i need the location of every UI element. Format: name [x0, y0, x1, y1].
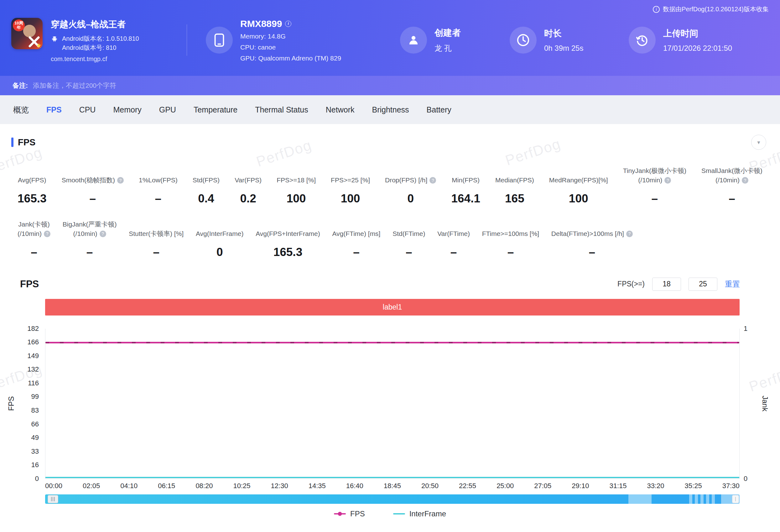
fps-threshold-low-input[interactable]: [652, 278, 681, 291]
metric-label: Median(FPS): [495, 176, 534, 185]
x-axis-tick: 18:45: [384, 482, 401, 490]
help-icon[interactable]: ?: [100, 231, 106, 237]
x-axis-tick: 06:15: [158, 482, 175, 490]
device-info-icon[interactable]: i: [285, 21, 291, 27]
metric-value: –: [651, 192, 658, 205]
device-memory: Memory: 14.8G: [240, 33, 341, 40]
chart-scrollbar[interactable]: [45, 494, 740, 504]
r2-metric-2: Stutter(卡顿率) [%]–: [129, 229, 184, 258]
help-icon[interactable]: ?: [665, 177, 671, 184]
y-axis-tick: 83: [31, 406, 39, 415]
y-axis-ticks: 1821661491321169983664933160: [0, 329, 41, 479]
metric-label: Drop(FPS) [/h]?: [385, 176, 436, 185]
note-bar[interactable]: 备注: 添加备注，不超过200个字符: [0, 76, 780, 95]
tab-temperature[interactable]: Temperature: [185, 105, 246, 114]
x-axis-tick: 16:40: [346, 482, 363, 490]
x-axis-tick: 02:05: [83, 482, 100, 490]
metric-label: Avg(FPS+InterFrame): [256, 229, 320, 238]
upload-block: 上传时间 17/01/2026 22:01:50: [629, 27, 764, 54]
device-model: RMX8899: [240, 18, 282, 29]
tab-thermal-status[interactable]: Thermal Status: [246, 105, 317, 114]
metric-value: –: [450, 246, 457, 259]
fps-threshold-high-input[interactable]: [688, 278, 717, 291]
help-icon[interactable]: ?: [44, 231, 50, 237]
y-axis-tick: 182: [27, 325, 39, 333]
plot-area[interactable]: [45, 329, 740, 479]
x-axis-tick: 14:35: [308, 482, 326, 490]
metric-label: Var(FPS): [235, 176, 261, 185]
r1-metric-8: Min(FPS)164.1: [451, 176, 480, 205]
scrollbar-left-handle[interactable]: [48, 495, 58, 503]
x-axis-tick: 12:30: [271, 482, 288, 490]
section-accent-bar: [11, 138, 13, 147]
reset-link[interactable]: 重置: [725, 279, 740, 289]
metric-label: FPS>=18 [%]: [277, 176, 316, 185]
creator-value: 龙 孔: [435, 43, 461, 53]
tab-brightness[interactable]: Brightness: [363, 105, 418, 114]
x-axis-tick: 22:55: [459, 482, 476, 490]
metric-label: Var(FTime): [437, 229, 470, 238]
legend-item-fps[interactable]: FPS: [334, 510, 365, 518]
phone-icon: [206, 27, 233, 54]
x-axis-tick: 29:10: [572, 482, 589, 490]
help-icon[interactable]: ?: [626, 231, 633, 237]
x-axis-tick: 25:00: [496, 482, 514, 490]
metric-value: –: [729, 192, 735, 205]
y-axis-tick: 166: [27, 338, 39, 346]
tab-network[interactable]: Network: [317, 105, 363, 114]
duration-label: 时长: [544, 28, 583, 40]
fps-section-header: FPS ▼: [0, 135, 780, 150]
device-cpu: CPU: canoe: [240, 44, 341, 51]
r1-metric-1: Smooth(稳帧指数)?–: [62, 176, 124, 205]
x-axis-tick: 20:50: [421, 482, 439, 490]
r2-metric-6: Std(FTime)–: [392, 229, 425, 258]
metric-value: 0: [407, 192, 414, 205]
metric-label: Jank(卡顿)(/10min)?: [17, 220, 50, 239]
help-icon[interactable]: ?: [742, 177, 748, 184]
tab-cpu[interactable]: CPU: [70, 105, 105, 114]
r2-metric-5: Avg(FTime) [ms]–: [332, 229, 380, 258]
tab-overview[interactable]: 概览: [4, 105, 38, 115]
help-icon[interactable]: ?: [430, 177, 436, 184]
r1-metric-5: FPS>=18 [%]100: [277, 176, 316, 205]
x-axis-tick: 08:20: [195, 482, 213, 490]
x-axis-tick: 00:00: [45, 482, 62, 490]
device-block: RMX8899 i Memory: 14.8G CPU: canoe GPU: …: [206, 18, 381, 62]
metric-value: –: [155, 192, 162, 205]
content: FPS ▼ Avg(FPS)165.3Smooth(稳帧指数)?–1%Low(F…: [0, 135, 780, 518]
metric-label: SmallJank(微小卡顿)(/10min)?: [701, 166, 763, 185]
r2-metric-4: Avg(FPS+InterFrame)165.3: [256, 229, 320, 258]
metric-label: Std(FPS): [193, 176, 220, 185]
r2-metric-7: Var(FTime)–: [437, 229, 470, 258]
tab-memory[interactable]: Memory: [104, 105, 150, 114]
tab-fps[interactable]: FPS: [38, 105, 70, 114]
metric-value: 0.2: [240, 192, 256, 205]
metric-label: FTime>=100ms [%]: [482, 229, 539, 238]
x-axis-tick: 27:05: [534, 482, 551, 490]
creator-label: 创建者: [435, 27, 461, 39]
scrollbar-right-handle[interactable]: [732, 495, 739, 503]
collapse-button[interactable]: ▼: [751, 135, 766, 150]
header-divider: [187, 25, 187, 56]
y-axis-tick: 132: [27, 365, 39, 374]
metric-label: TinyJank(极微小卡顿)(/10min)?: [623, 166, 686, 185]
x-axis-tick: 37:30: [722, 482, 740, 490]
metric-value: –: [87, 246, 93, 259]
note-placeholder: 添加备注，不超过200个字符: [33, 81, 116, 90]
android-version-name: Android版本名: 1.0.510.810: [62, 34, 139, 43]
jank-axis-tick: 0: [744, 475, 747, 483]
tab-gpu[interactable]: GPU: [150, 105, 185, 114]
app-block: 10周年 ★ 穿越火线–枪战王者: [11, 18, 187, 63]
fps-line: [45, 342, 739, 343]
chart-header: FPS FPS(>=) 重置: [20, 278, 740, 291]
r1-metric-11: TinyJank(极微小卡顿)(/10min)?–: [623, 166, 686, 205]
tab-battery[interactable]: Battery: [418, 105, 460, 114]
r1-metric-7: Drop(FPS) [/h]?0: [385, 176, 436, 205]
legend-item-interframe[interactable]: InterFrame: [393, 510, 446, 518]
metric-value: 100: [287, 192, 306, 205]
app-icon: 10周年 ★: [11, 18, 43, 49]
star-icon: ★: [36, 42, 42, 49]
fps-threshold-label: FPS(>=): [618, 280, 645, 288]
x-axis: 00:0002:0504:1006:1508:2010:2512:3014:35…: [45, 482, 740, 490]
help-icon[interactable]: ?: [117, 177, 124, 184]
